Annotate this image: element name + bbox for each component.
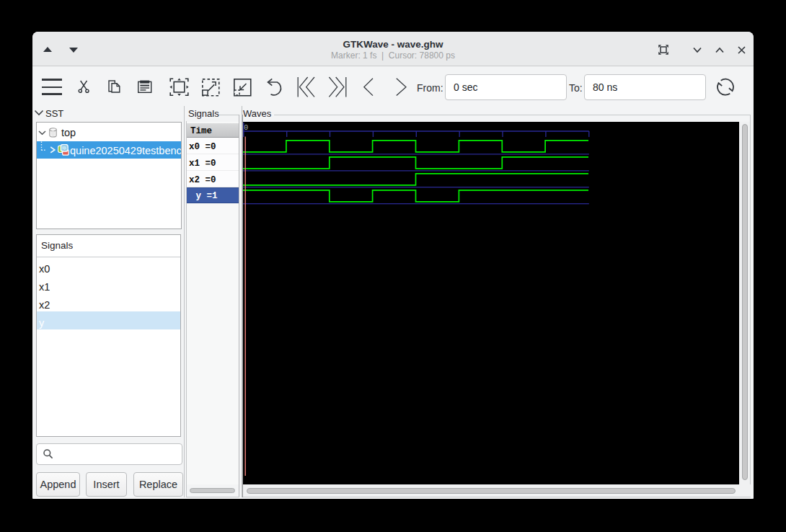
svg-text:0: 0 <box>244 123 248 132</box>
